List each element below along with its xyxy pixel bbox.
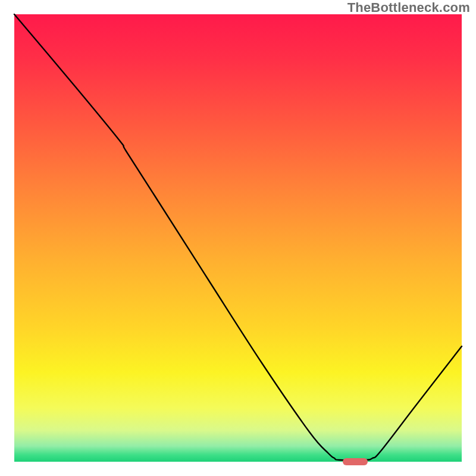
chart-svg (0, 0, 476, 476)
chart-canvas: TheBottleneck.com (0, 0, 476, 476)
plot-area (14, 14, 462, 462)
optimum-marker (343, 458, 368, 465)
watermark-text: TheBottleneck.com (347, 0, 470, 15)
